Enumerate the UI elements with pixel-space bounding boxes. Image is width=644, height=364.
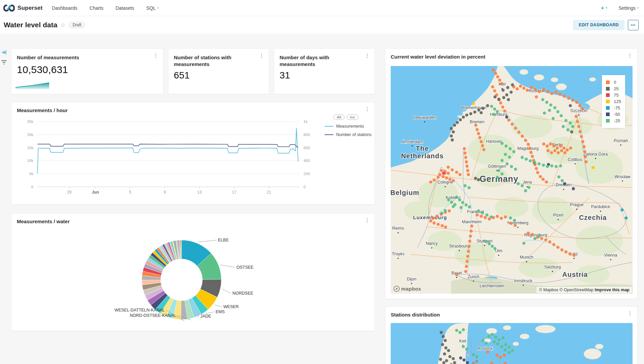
- svg-text:Amsterdam: Amsterdam: [401, 139, 423, 144]
- svg-text:5k: 5k: [29, 172, 33, 176]
- settings-menu[interactable]: Settings ▾: [618, 5, 639, 11]
- svg-text:9: 9: [164, 190, 166, 195]
- svg-text:Reims: Reims: [392, 226, 404, 231]
- legend-all-button[interactable]: All: [333, 114, 345, 120]
- kpi-card-measurements: Number of measurements ⋮ 10,530,631: [11, 48, 163, 94]
- line-chart[interactable]: 005k20010k40015k60020k80025k1k29Jun59131…: [11, 110, 375, 204]
- svg-text:800: 800: [303, 133, 310, 137]
- svg-text:NORDSEE: NORDSEE: [232, 291, 253, 296]
- svg-text:600: 600: [303, 146, 310, 150]
- svg-text:Innsbruck: Innsbruck: [514, 278, 533, 283]
- new-dropdown-button[interactable]: + ▾: [601, 5, 607, 11]
- chart-title: Current water level deviation in percent: [385, 49, 637, 60]
- svg-text:Zielona Góra: Zielona Góra: [583, 152, 608, 157]
- nav-item-sql[interactable]: SQL▾: [146, 5, 159, 11]
- svg-text:17: 17: [232, 190, 237, 195]
- svg-text:JADE: JADE: [200, 314, 211, 319]
- legend-color-swatch: [606, 106, 610, 110]
- chart-menu-icon[interactable]: ⋮: [627, 311, 633, 316]
- svg-text:Austria: Austria: [562, 271, 588, 278]
- nav-item-charts[interactable]: Charts: [90, 5, 103, 11]
- svg-text:WESEL-DATTELN-KANAL: WESEL-DATTELN-KANAL: [115, 308, 165, 312]
- svg-text:Salzburg: Salzburg: [544, 265, 561, 269]
- page-title: Water level data: [4, 21, 57, 29]
- chart-menu-icon[interactable]: ⋮: [627, 53, 633, 58]
- svg-text:Mannheim: Mannheim: [462, 220, 482, 224]
- deviation-map[interactable]: TheNetherlandsBelgiumLuxembourgGermanyCz…: [391, 66, 633, 294]
- kpi-value: 31: [280, 70, 369, 81]
- mapbox-logo[interactable]: mapbox: [393, 286, 421, 292]
- svg-text:Czechia: Czechia: [579, 214, 607, 221]
- chart-menu-icon[interactable]: ⋮: [365, 53, 370, 58]
- svg-text:Jena: Jena: [523, 180, 532, 185]
- svg-text:25k: 25k: [27, 120, 33, 124]
- filter-icon[interactable]: [1, 60, 7, 66]
- svg-text:Nancy: Nancy: [426, 241, 438, 246]
- svg-text:Szczecin: Szczecin: [570, 108, 587, 113]
- legend-label: 25: [614, 86, 618, 91]
- favorite-star-icon[interactable]: ☆: [60, 22, 65, 29]
- stations-map[interactable]: KielRostock: [391, 323, 633, 364]
- svg-text:Wrocław: Wrocław: [614, 174, 631, 179]
- edit-dashboard-button[interactable]: EDIT DASHBOARD: [573, 20, 624, 30]
- svg-text:Cottbus: Cottbus: [568, 157, 582, 162]
- brand-name[interactable]: Superset: [18, 5, 42, 11]
- map-legend-item[interactable]: -25: [606, 118, 621, 123]
- svg-text:Dijon: Dijon: [407, 277, 416, 282]
- svg-text:Vienna: Vienna: [604, 253, 617, 258]
- chart-legend: AllInv MeasurementsNumber of stations: [325, 114, 375, 141]
- legend-label: 125: [614, 99, 621, 104]
- svg-text:200: 200: [303, 172, 310, 176]
- svg-text:29: 29: [67, 190, 72, 195]
- map-legend-item[interactable]: 25: [606, 86, 621, 91]
- chevron-down-icon: ▾: [157, 6, 159, 9]
- svg-text:Cologne: Cologne: [438, 180, 453, 185]
- expand-filter-bar-icon[interactable]: [2, 50, 7, 56]
- svg-text:Prague: Prague: [570, 202, 583, 207]
- map-legend: 02575125-75-50-25: [602, 75, 625, 128]
- legend-color-swatch: [606, 93, 610, 97]
- map-legend-item[interactable]: 0: [606, 80, 621, 85]
- map-attribution: © Mapbox © OpenStreetMap Improve this ma…: [537, 287, 632, 293]
- svg-text:Kiel: Kiel: [459, 339, 466, 343]
- legend-item[interactable]: Number of stations: [325, 132, 375, 137]
- map-legend-item[interactable]: -50: [606, 112, 621, 117]
- svg-text:10k: 10k: [27, 159, 33, 163]
- nav-item-datasets[interactable]: Datasets: [116, 5, 134, 11]
- svg-text:13: 13: [197, 190, 202, 195]
- superset-dashboard-page: Superset DashboardsChartsDatasetsSQL▾ + …: [0, 0, 644, 364]
- svg-text:EMS: EMS: [216, 309, 225, 314]
- legend-item[interactable]: Measurements: [325, 124, 375, 129]
- dashboard-header: Water level data ☆ Draft EDIT DASHBOARD …: [0, 16, 644, 34]
- svg-text:NORD-OSTSEE-KANAL: NORD-OSTSEE-KANAL: [130, 313, 176, 318]
- svg-text:Belgium: Belgium: [391, 189, 419, 196]
- status-badge: Draft: [69, 22, 85, 28]
- improve-map-link[interactable]: Improve this map: [595, 288, 630, 292]
- plus-icon: +: [601, 5, 604, 11]
- chart-title: Number of days with measurements: [280, 54, 369, 68]
- map-legend-item[interactable]: -75: [606, 105, 621, 110]
- chart-menu-icon[interactable]: ⋮: [153, 53, 158, 58]
- svg-text:21: 21: [267, 190, 271, 195]
- chart-menu-icon[interactable]: ⋮: [259, 53, 264, 58]
- svg-text:Magdeburg: Magdeburg: [517, 146, 539, 151]
- svg-text:Zurich: Zurich: [468, 274, 479, 279]
- legend-color-swatch: [606, 100, 610, 103]
- kpi-trendline: [15, 80, 49, 89]
- chevron-down-icon: ▾: [637, 6, 639, 9]
- kpi-value: 10,530,631: [17, 64, 158, 75]
- legend-inv-button[interactable]: Inv: [347, 114, 358, 120]
- svg-text:OSTSEE: OSTSEE: [236, 265, 254, 270]
- more-options-button[interactable]: •••: [628, 20, 639, 30]
- legend-label: -75: [614, 105, 620, 110]
- chart-title: Stations distribution: [385, 307, 637, 318]
- kpi-card-stations: Number of stations with measurements ⋮ 6…: [168, 48, 269, 94]
- map-legend-item[interactable]: 125: [606, 99, 621, 104]
- donut-chart[interactable]: ELBEOSTSEENORDSEEWESEREMSJADENORD-OSTSEE…: [11, 213, 375, 331]
- nav-item-dashboards[interactable]: Dashboards: [52, 5, 77, 11]
- svg-text:Germany: Germany: [480, 174, 518, 184]
- map-legend-item[interactable]: 75: [606, 93, 621, 98]
- svg-text:Hanover: Hanover: [486, 139, 502, 144]
- chevron-down-icon: ▾: [606, 6, 607, 9]
- superset-logo-icon[interactable]: [3, 4, 15, 12]
